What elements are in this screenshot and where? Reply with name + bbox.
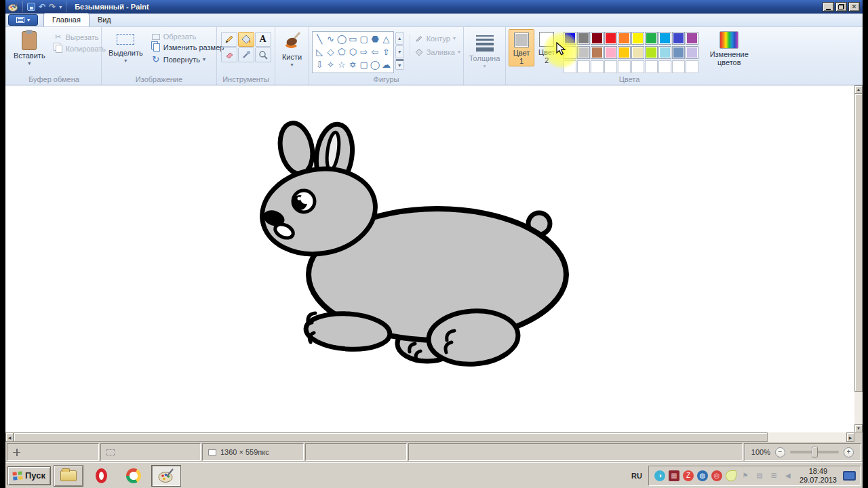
shape-star-4[interactable]: ✧	[327, 59, 334, 71]
palette-color-0-8[interactable]	[672, 32, 685, 45]
palette-color-1-7[interactable]	[658, 46, 671, 59]
scroll-up-arrow[interactable]: ▲	[854, 85, 863, 94]
shape-callout-cloud[interactable]: ☁	[382, 59, 391, 71]
shape-triangle[interactable]: △	[382, 33, 389, 45]
shape-arrow-up[interactable]: ⇧	[382, 46, 390, 58]
brushes-button[interactable]: Кисти ▾	[278, 29, 306, 68]
save-icon[interactable]	[27, 3, 35, 11]
palette-color-2-8[interactable]	[672, 60, 685, 73]
paste-button[interactable]: Вставить ▾	[9, 29, 50, 67]
palette-color-0-3[interactable]	[604, 32, 617, 45]
palette-color-0-7[interactable]	[658, 32, 671, 45]
tray-clipboard[interactable]: ▤	[754, 470, 765, 481]
rotate-button[interactable]: ↻ Повернуть ▾	[151, 54, 224, 64]
tray-app-target[interactable]: ◎	[711, 470, 722, 481]
tray-monitor[interactable]: ⊞	[768, 470, 779, 481]
resize-button[interactable]: Изменить размер	[151, 43, 224, 52]
tray-app-teal[interactable]: ◑	[654, 470, 665, 481]
start-button[interactable]: Пуск	[7, 466, 51, 485]
shape-rounded-rectangle[interactable]: ▢	[360, 33, 368, 45]
palette-color-0-2[interactable]	[591, 32, 604, 45]
outline-button[interactable]: Контур ▾	[414, 35, 460, 43]
cut-button[interactable]: ✂ Вырезать	[54, 33, 106, 41]
shape-callout-rounded[interactable]: ▢	[360, 59, 368, 71]
palette-color-2-0[interactable]	[564, 60, 576, 73]
shape-diamond[interactable]: ◇	[328, 46, 334, 58]
shape-ellipse[interactable]: ◯	[337, 33, 347, 45]
color-picker-tool[interactable]	[238, 47, 254, 62]
horizontal-scroll-thumb[interactable]	[14, 432, 768, 442]
palette-color-1-8[interactable]	[672, 46, 685, 59]
close-button[interactable]: ✕	[848, 2, 860, 12]
palette-color-1-2[interactable]	[591, 46, 604, 59]
eraser-tool[interactable]	[221, 47, 237, 62]
tab-home[interactable]: Главная	[43, 13, 90, 26]
palette-color-2-1[interactable]	[577, 60, 590, 73]
shape-star-6[interactable]: ✡	[349, 59, 357, 71]
shape-arrow-right[interactable]: ⇨	[360, 46, 368, 58]
shapes-more-button[interactable]: ▼	[395, 59, 404, 70]
tray-flag[interactable]: ⚑	[740, 470, 751, 481]
tray-app-blue[interactable]: ◍	[697, 470, 708, 481]
palette-color-0-6[interactable]	[645, 32, 658, 45]
palette-color-1-3[interactable]	[604, 46, 617, 59]
select-button[interactable]: Выделить ▾	[104, 29, 147, 64]
shape-arrow-down[interactable]: ⇩	[316, 59, 323, 71]
palette-color-2-5[interactable]	[631, 60, 644, 73]
shape-pentagon[interactable]: ⬠	[338, 46, 345, 58]
shape-curve[interactable]: ∿	[327, 33, 334, 45]
redo-icon[interactable]: ↷	[49, 3, 56, 11]
drawing-canvas[interactable]	[5, 85, 854, 432]
scroll-left-arrow[interactable]: ◀	[5, 432, 14, 442]
pencil-tool[interactable]	[221, 32, 237, 47]
palette-color-2-7[interactable]	[658, 60, 671, 73]
shapes-scroll-up[interactable]: ▲	[395, 32, 404, 45]
shape-rectangle[interactable]: ▭	[349, 33, 357, 45]
palette-color-1-0[interactable]	[564, 46, 576, 59]
shape-arrow-left[interactable]: ⇦	[372, 46, 379, 58]
palette-color-0-9[interactable]	[686, 32, 698, 45]
shape-star-5[interactable]: ☆	[338, 59, 346, 71]
text-tool[interactable]: A	[255, 32, 271, 47]
fill-button[interactable]: Заливка ▾	[414, 48, 460, 56]
tray-app-zona[interactable]: Z	[683, 470, 694, 481]
qat-dropdown-caret[interactable]: ▾	[59, 4, 62, 10]
shape-line[interactable]: ╲	[317, 33, 322, 45]
vertical-scrollbar[interactable]: ▲ ▼	[854, 85, 863, 432]
palette-color-1-9[interactable]	[686, 46, 698, 59]
palette-color-0-4[interactable]	[618, 32, 631, 45]
thickness-button[interactable]: Толщина ▾	[465, 29, 505, 70]
tray-app-leaf[interactable]	[726, 470, 736, 481]
tray-app-film[interactable]: ▦	[669, 470, 679, 481]
zoom-in-button[interactable]: +	[844, 447, 854, 458]
tray-volume[interactable]: ◀	[783, 470, 793, 481]
crop-button[interactable]: Обрезать	[151, 33, 224, 41]
palette-color-1-1[interactable]	[577, 46, 590, 59]
palette-color-1-4[interactable]	[618, 46, 631, 59]
palette-color-2-9[interactable]	[686, 60, 698, 73]
palette-color-1-6[interactable]	[645, 46, 658, 59]
palette-color-2-6[interactable]	[645, 60, 658, 73]
clock[interactable]: 18:49 29.07.2013	[797, 467, 840, 485]
edit-colors-button[interactable]: Изменениецветов	[706, 29, 753, 67]
palette-color-1-5[interactable]	[631, 46, 644, 59]
restore-button[interactable]	[835, 2, 847, 12]
palette-color-2-4[interactable]	[618, 60, 631, 73]
zoom-out-button[interactable]: −	[775, 447, 785, 458]
scroll-down-arrow[interactable]: ▼	[854, 424, 863, 432]
shape-polygon[interactable]: ⬣	[371, 33, 378, 45]
undo-icon[interactable]: ↶	[39, 3, 45, 11]
fill-bucket-tool[interactable]	[238, 32, 254, 47]
shapes-scroll-down[interactable]: ▼	[395, 45, 404, 58]
scroll-right-arrow[interactable]: ▶	[846, 432, 854, 442]
palette-color-2-3[interactable]	[604, 60, 617, 73]
taskbar-chrome-button[interactable]	[119, 465, 149, 487]
copy-button[interactable]: Копировать	[54, 45, 106, 53]
magnifier-tool[interactable]	[255, 47, 271, 62]
zoom-slider[interactable]	[790, 451, 839, 453]
file-menu-button[interactable]: ▾	[8, 14, 38, 26]
zoom-slider-thumb[interactable]	[812, 447, 818, 458]
palette-color-2-2[interactable]	[591, 60, 604, 73]
minimize-button[interactable]	[823, 2, 834, 12]
color2-button[interactable]: Цвет2	[534, 29, 559, 65]
